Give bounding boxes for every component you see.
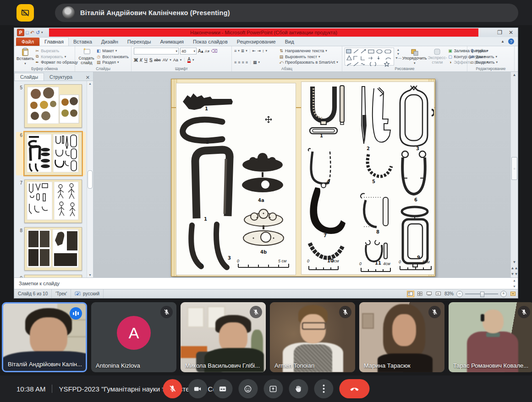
group-editing: ⚲Найти ⇄Заменить▾ ◽Выделить▾ Редактирова…: [467, 46, 515, 71]
smartart-button[interactable]: ⤺Преобразовать в SmartArt▾: [279, 60, 338, 65]
camera-off-indicator[interactable]: [16, 4, 34, 22]
presenter-pill[interactable]: Віталій Андрійович Калініченко (Presenti…: [55, 4, 518, 22]
undo-icon[interactable]: ↶: [30, 30, 34, 35]
scroll-down-icon[interactable]: ▼: [513, 260, 516, 264]
tab-transitions[interactable]: Переходы: [123, 38, 156, 46]
captions-button[interactable]: [213, 379, 232, 398]
next-slide-icon[interactable]: ▼▼: [511, 272, 518, 276]
reset-button[interactable]: ◷Восстановить: [96, 54, 129, 60]
redo-icon[interactable]: ↺: [36, 30, 40, 35]
previous-slide-icon[interactable]: ▲▲: [511, 266, 518, 270]
tab-outline[interactable]: Структура: [44, 73, 78, 81]
save-icon[interactable]: □︎: [26, 30, 29, 35]
help-icon[interactable]: ?: [508, 38, 514, 44]
align-text-button[interactable]: ▤Выровнять текст▾: [279, 54, 338, 60]
paste-button[interactable]: Вставить ▾: [16, 48, 34, 65]
end-call-button[interactable]: [339, 379, 369, 398]
zoom-slider[interactable]: − +: [456, 291, 507, 297]
underline-button[interactable]: Ч: [144, 58, 148, 63]
notes-scrollbar[interactable]: ▲▼: [512, 279, 517, 288]
current-slide[interactable]: 1 2 1 2 3 4a 4b 0 5 см: [171, 79, 435, 277]
italic-button[interactable]: К: [140, 58, 143, 63]
strikethrough-button[interactable]: abc: [154, 58, 161, 62]
slide-thumbnail-8[interactable]: 8: [16, 227, 86, 271]
participant-tile[interactable]: Тарас Романович Ковале...: [449, 302, 532, 372]
slide-thumbnail-5[interactable]: 5: [16, 84, 86, 128]
normal-view-button[interactable]: [407, 291, 414, 297]
close-window-icon[interactable]: ✕: [509, 30, 513, 35]
tab-slides-thumbnails[interactable]: Слайды: [14, 73, 44, 81]
slide-thumbnail-7[interactable]: 7: [16, 179, 86, 223]
status-bar: Слайд 6 из 10 'Трек' русский 83% −: [14, 289, 518, 298]
find-button[interactable]: ⚲Найти: [470, 48, 498, 54]
tab-view[interactable]: Вид: [280, 38, 299, 46]
present-button[interactable]: [263, 379, 283, 398]
slideshow-view-button[interactable]: [435, 291, 442, 297]
grow-font-button[interactable]: A▴: [198, 49, 203, 54]
zoom-out-icon[interactable]: −: [456, 291, 463, 297]
participant-tile[interactable]: Марина Тарасюк: [359, 302, 444, 372]
select-button[interactable]: ◽Выделить▾: [470, 60, 498, 65]
section-button[interactable]: ▤Раздел▾: [96, 60, 129, 65]
tab-design[interactable]: Дизайн: [97, 38, 123, 46]
language-segment[interactable]: русский: [71, 289, 104, 298]
change-case-button[interactable]: Aa: [173, 58, 178, 62]
tab-review[interactable]: Рецензирование: [232, 38, 280, 46]
shapes-gallery[interactable]: [345, 48, 394, 65]
arrange-button[interactable]: Упорядочить ▾: [402, 48, 427, 65]
char-spacing-button[interactable]: AV: [163, 58, 168, 62]
participant-tile[interactable]: A Antonina Kizlova: [91, 302, 176, 372]
zoom-slider-thumb[interactable]: [480, 292, 484, 297]
scroll-thumb[interactable]: =: [511, 157, 517, 180]
copy-button[interactable]: ⧉Копировать▾: [35, 54, 78, 60]
participant-tile[interactable]: Віталій Андрійович Калін...: [2, 302, 87, 372]
shapes-scroll[interactable]: ▲▼▼―: [395, 48, 401, 65]
scroll-up-icon[interactable]: ▲: [513, 73, 516, 77]
restore-window-icon[interactable]: ❐: [497, 30, 502, 35]
slide-thumbnail-6-selected[interactable]: 6: [16, 132, 86, 175]
fit-to-window-button[interactable]: [510, 291, 516, 297]
reactions-button[interactable]: [238, 379, 258, 398]
notes-placeholder: Заметки к слайду: [19, 281, 60, 286]
layout-button[interactable]: ◧Макет▾: [96, 48, 129, 54]
notes-pane[interactable]: Заметки к слайду ▲▼: [14, 277, 518, 289]
participant-tile[interactable]: Armen Tonoian: [270, 302, 355, 372]
slide-sorter-button[interactable]: [417, 291, 423, 297]
tab-animations[interactable]: Анимация: [155, 38, 188, 46]
more-options-button[interactable]: [314, 379, 333, 398]
raise-hand-button[interactable]: [289, 379, 308, 398]
camera-button[interactable]: [188, 379, 207, 398]
list-buttons[interactable]: ≡▾≣▾⇤⇥↕▾: [234, 48, 278, 54]
participant-tile[interactable]: Микола Васильович Глібі...: [181, 302, 266, 372]
tab-insert[interactable]: Вставка: [69, 38, 97, 46]
clear-formatting-button[interactable]: ⌫: [211, 49, 217, 54]
close-panel-icon[interactable]: ✕: [82, 75, 93, 81]
font-name-combo[interactable]: ▾: [134, 48, 179, 54]
scroll-thumb[interactable]: [88, 170, 93, 189]
tab-file[interactable]: Файл: [16, 38, 39, 46]
slides-panel-scrollbar[interactable]: ▲ ▼: [87, 81, 93, 277]
align-buttons[interactable]: ≡≡≡≡▦▾: [234, 60, 278, 65]
reading-view-button[interactable]: [426, 291, 433, 297]
collapse-ribbon-icon[interactable]: ▲: [501, 39, 505, 43]
quick-styles-button[interactable]: Экспресс-стили: [428, 48, 447, 65]
text-direction-button[interactable]: ⇅Направление текста▾: [279, 48, 338, 54]
font-size-combo[interactable]: 40▾: [180, 48, 197, 54]
shadow-button[interactable]: S: [149, 58, 153, 63]
format-painter-button[interactable]: ✒Формат по образцу: [35, 60, 78, 65]
bold-button[interactable]: Ж: [134, 58, 138, 63]
shrink-font-button[interactable]: A▾: [205, 49, 210, 54]
scroll-up-icon[interactable]: ▲: [88, 82, 92, 85]
tab-home[interactable]: Главная: [39, 37, 69, 46]
mic-button[interactable]: [163, 379, 182, 398]
font-color-button[interactable]: A: [187, 57, 191, 63]
artifact-drawings-figure: [302, 82, 434, 274]
qat-dropdown-icon[interactable]: ▾: [41, 31, 43, 34]
scroll-down-icon[interactable]: ▼: [88, 273, 92, 277]
cut-button[interactable]: ✂Вырезать: [35, 48, 78, 54]
zoom-in-icon[interactable]: +: [500, 291, 507, 297]
replace-button[interactable]: ⇄Заменить▾: [470, 54, 498, 60]
new-slide-button[interactable]: Создать слайд: [77, 48, 95, 65]
tab-slideshow[interactable]: Показ слайдов: [188, 38, 232, 46]
edit-area-scrollbar[interactable]: ▲ = ▼ ▲▲ ▼▼: [510, 72, 518, 277]
